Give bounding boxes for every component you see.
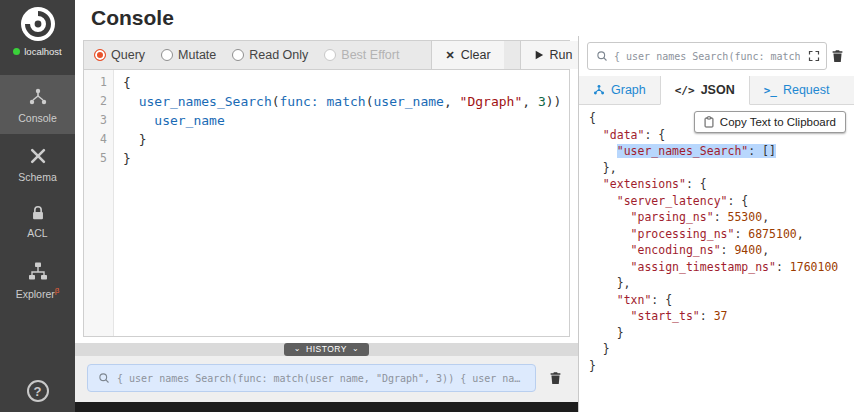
sidebar-nav: Console Schema ACL (0, 75, 75, 309)
result-delete-button[interactable] (827, 45, 848, 67)
json-line: "parsing_ns": 55300, (589, 209, 844, 226)
help-icon: ? (27, 380, 49, 402)
status-dot-icon (13, 48, 20, 55)
mode-label: Query (111, 48, 145, 62)
tab-json[interactable]: </> JSON (660, 76, 750, 105)
chevron-down-icon: ⌄ (294, 345, 301, 353)
bottom-collapsed-panel[interactable] (75, 402, 578, 412)
trash-icon (549, 371, 562, 385)
radio-selected-icon (94, 49, 106, 61)
mode-radio-best-effort[interactable]: Best Effort (324, 48, 399, 62)
tab-label: Graph (611, 83, 646, 97)
result-query-preview: { user_names_Search(func: match(... (614, 51, 800, 62)
run-play-icon (534, 50, 544, 60)
host-label: localhost (24, 46, 62, 57)
trash-icon (831, 49, 844, 63)
json-line: } (589, 341, 844, 358)
fullscreen-button[interactable] (806, 48, 822, 64)
sidebar-item-console[interactable]: Console (0, 75, 75, 134)
line-number: 2 (84, 92, 113, 111)
json-line: } (589, 358, 844, 375)
search-icon (98, 372, 110, 384)
radio-icon (324, 49, 336, 61)
json-line: "txn": { (589, 292, 844, 309)
line-number: 5 (84, 149, 113, 168)
app: localhost Console (0, 0, 854, 412)
query-mode-toolbar: Query Mutate Read Only Best Effort (83, 40, 570, 70)
tab-label: Request (783, 83, 830, 97)
json-line: "assign_timestamp_ns": 1760100 (589, 259, 844, 276)
json-line: "user_names_Search": [] (589, 143, 844, 160)
page-title: Console (91, 6, 174, 30)
query-editor[interactable]: 1 2 3 4 5 { user_names_Search(func: matc… (83, 70, 570, 337)
json-line: }, (589, 275, 844, 292)
tab-request[interactable]: >_ Request (750, 76, 844, 104)
clear-button-label: Clear (461, 48, 491, 62)
help-button[interactable]: ? (27, 380, 49, 402)
editor-line: } (114, 130, 569, 149)
json-line: "processing_ns": 6875100, (589, 226, 844, 243)
editor-gutter: 1 2 3 4 5 (84, 70, 114, 336)
copy-button-label: Copy Text to Clipboard (720, 116, 836, 128)
history-entry-text: { user_names_Search(func: match(user_nam… (117, 373, 525, 384)
json-line: } (589, 325, 844, 342)
radio-icon (232, 49, 244, 61)
run-button-label: Run (550, 48, 573, 62)
run-button[interactable]: Run (520, 41, 586, 69)
console-icon (28, 87, 48, 107)
page-header: Console (75, 0, 854, 36)
sidebar: localhost Console (0, 0, 75, 412)
history-entry[interactable]: { user_names_Search(func: match(user_nam… (87, 364, 536, 392)
mode-label: Read Only (249, 48, 308, 62)
search-icon (596, 50, 608, 62)
tab-graph[interactable]: Graph (579, 76, 660, 104)
sidebar-item-label: Console (18, 113, 57, 124)
line-number: 1 (84, 73, 113, 92)
editor-line: } (114, 149, 569, 168)
explorer-icon (28, 261, 48, 281)
mode-label: Best Effort (341, 48, 399, 62)
json-line: "server_latency": { (589, 193, 844, 210)
radio-icon (161, 49, 173, 61)
result-query-input[interactable]: { user_names_Search(func: match(... (587, 42, 827, 70)
result-query-row: { user_names_Search(func: match(... (579, 36, 854, 76)
sidebar-item-label: ACL (27, 228, 47, 239)
sidebar-item-label: Explorerβ (16, 287, 60, 299)
sidebar-item-label: Schema (18, 172, 57, 183)
sidebar-item-explorer[interactable]: Explorerβ (0, 249, 75, 309)
history-band: ⌄ HISTORY ⌄ (75, 343, 578, 356)
history-toggle[interactable]: ⌄ HISTORY ⌄ (284, 343, 369, 356)
graph-tab-icon (593, 84, 605, 96)
beta-badge: β (55, 286, 60, 295)
history-delete-button[interactable] (545, 367, 566, 389)
dgraph-logo-icon (20, 6, 56, 42)
history-toggle-label: HISTORY (306, 344, 347, 354)
history-panel: ⌄ HISTORY ⌄ { user_names_Search(func: ma… (75, 343, 578, 402)
query-column: Query Mutate Read Only Best Effort (75, 36, 578, 412)
editor-code: { user_names_Search(func: match(user_nam… (114, 70, 569, 336)
mode-radio-query[interactable]: Query (94, 48, 145, 62)
mode-radio-read-only[interactable]: Read Only (232, 48, 308, 62)
sidebar-item-schema[interactable]: Schema (0, 134, 75, 193)
editor-line: user_name (114, 111, 569, 130)
line-number: 3 (84, 111, 113, 130)
sidebar-item-acl[interactable]: ACL (0, 192, 75, 249)
history-row: { user_names_Search(func: match(user_nam… (75, 356, 578, 402)
dgraph-logo[interactable]: localhost (13, 0, 62, 57)
clear-button[interactable]: ✕ Clear (431, 41, 503, 69)
query-workspace: Query Mutate Read Only Best Effort (75, 36, 578, 343)
request-tab-icon: >_ (764, 84, 777, 97)
json-line: "start_ts": 37 (589, 308, 844, 325)
content: Console Query Mutate (75, 0, 854, 412)
mode-radio-mutate[interactable]: Mutate (161, 48, 216, 62)
results-panel: { user_names_Search(func: match(... (578, 36, 854, 412)
copy-to-clipboard-button[interactable]: Copy Text to Clipboard (694, 111, 846, 133)
json-line: }, (589, 160, 844, 177)
clipboard-icon (704, 116, 714, 128)
fullscreen-icon (808, 50, 820, 62)
tab-label: JSON (701, 83, 735, 97)
body: Query Mutate Read Only Best Effort (75, 36, 854, 412)
json-tab-icon: </> (675, 84, 695, 97)
schema-icon (28, 146, 48, 166)
editor-line: { (114, 73, 569, 92)
